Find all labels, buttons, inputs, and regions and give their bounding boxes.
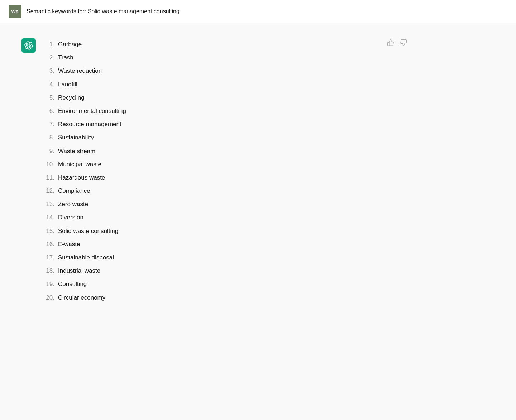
item-number: 8. xyxy=(42,133,58,142)
item-text: Sustainability xyxy=(58,133,94,142)
list-item: 15.Solid waste consulting xyxy=(42,224,408,238)
item-number: 14. xyxy=(42,213,58,222)
item-text: Trash xyxy=(58,53,73,62)
list-item: 12.Compliance xyxy=(42,184,408,197)
list-item: 11.Hazardous waste xyxy=(42,171,408,184)
item-number: 12. xyxy=(42,186,58,196)
list-item: 14.Diversion xyxy=(42,211,408,224)
list-item: 5.Recycling xyxy=(42,91,408,104)
list-item: 19.Consulting xyxy=(42,277,408,291)
item-number: 2. xyxy=(42,53,58,62)
thumbs-down-button[interactable] xyxy=(398,38,408,48)
item-text: Consulting xyxy=(58,279,87,289)
header: WA Semantic keywords for: Solid waste ma… xyxy=(0,0,516,23)
item-text: Environmental consulting xyxy=(58,106,126,116)
item-number: 18. xyxy=(42,266,58,276)
list-item: 10.Municipal waste xyxy=(42,158,408,171)
list-item: 16.E-waste xyxy=(42,238,408,251)
item-text: Diversion xyxy=(58,213,83,222)
item-number: 7. xyxy=(42,119,58,129)
list-item: 7.Resource management xyxy=(42,118,408,131)
item-text: Waste reduction xyxy=(58,66,102,76)
user-avatar-initials: WA xyxy=(11,9,19,14)
item-number: 1. xyxy=(42,39,58,49)
list-item: 20.Circular economy xyxy=(42,291,408,304)
item-number: 6. xyxy=(42,106,58,116)
item-text: Sustainable disposal xyxy=(58,253,114,262)
item-text: Compliance xyxy=(58,186,90,196)
item-text: Garbage xyxy=(58,39,82,49)
item-text: Resource management xyxy=(58,119,121,129)
chatgpt-icon xyxy=(24,41,33,50)
list-item: 1.Garbage xyxy=(42,38,408,51)
item-number: 13. xyxy=(42,199,58,209)
response-content: 1.Garbage2.Trash3.Waste reduction4.Landf… xyxy=(42,38,408,304)
item-text: Hazardous waste xyxy=(58,173,105,182)
item-number: 19. xyxy=(42,279,58,289)
header-title: Semantic keywords for: Solid waste manag… xyxy=(27,8,180,15)
item-text: Municipal waste xyxy=(58,159,101,169)
list-item: 4.Landfill xyxy=(42,78,408,91)
list-item: 13.Zero waste xyxy=(42,197,408,211)
thumbs-down-icon xyxy=(400,39,407,46)
response-block: 1.Garbage2.Trash3.Waste reduction4.Landf… xyxy=(22,38,408,304)
feedback-buttons xyxy=(386,38,408,48)
thumbs-up-button[interactable] xyxy=(386,38,396,48)
main-content: 1.Garbage2.Trash3.Waste reduction4.Landf… xyxy=(0,23,430,319)
item-text: Waste stream xyxy=(58,146,95,156)
thumbs-up-icon xyxy=(387,39,394,46)
list-item: 18.Industrial waste xyxy=(42,264,408,277)
item-number: 4. xyxy=(42,80,58,89)
item-text: Circular economy xyxy=(58,293,105,302)
item-number: 3. xyxy=(42,66,58,76)
item-number: 11. xyxy=(42,173,58,182)
list-item: 2.Trash xyxy=(42,51,408,64)
item-text: E-waste xyxy=(58,239,80,249)
item-number: 5. xyxy=(42,93,58,102)
item-number: 9. xyxy=(42,146,58,156)
list-item: 3.Waste reduction xyxy=(42,64,408,77)
list-item: 17.Sustainable disposal xyxy=(42,251,408,264)
item-number: 16. xyxy=(42,239,58,249)
item-text: Industrial waste xyxy=(58,266,100,276)
list-item: 8.Sustainability xyxy=(42,131,408,144)
item-text: Solid waste consulting xyxy=(58,226,118,236)
list-item: 6.Environmental consulting xyxy=(42,104,408,118)
item-number: 17. xyxy=(42,253,58,262)
item-number: 15. xyxy=(42,226,58,236)
item-text: Zero waste xyxy=(58,199,88,209)
list-item: 9.Waste stream xyxy=(42,144,408,158)
item-text: Landfill xyxy=(58,80,77,89)
keywords-list: 1.Garbage2.Trash3.Waste reduction4.Landf… xyxy=(42,38,408,304)
chatgpt-avatar xyxy=(22,38,36,53)
item-number: 10. xyxy=(42,159,58,169)
item-text: Recycling xyxy=(58,93,85,102)
user-avatar: WA xyxy=(9,5,22,18)
item-number: 20. xyxy=(42,293,58,302)
